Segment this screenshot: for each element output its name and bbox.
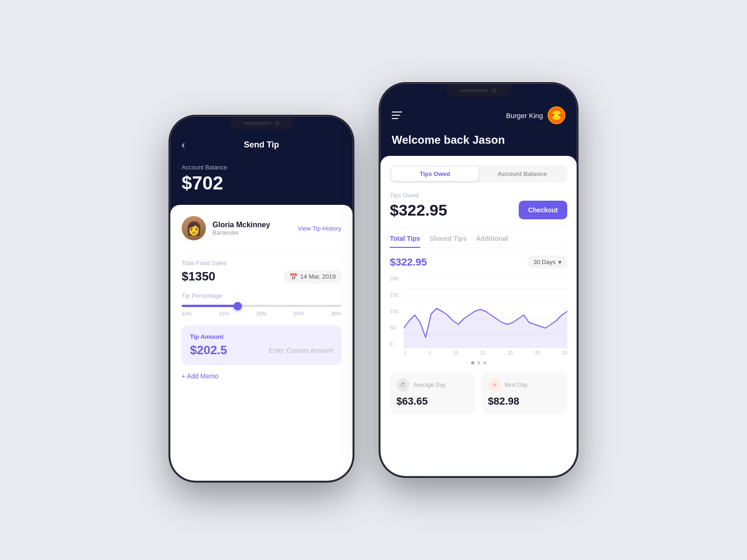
percentage-markers: 10% 15% 20% 25% 30% bbox=[182, 311, 341, 316]
chart-svg bbox=[404, 274, 567, 349]
date-badge[interactable]: 📅 14 Mar, 2019 bbox=[284, 270, 341, 283]
camera-left bbox=[275, 121, 280, 126]
hamburger-line-1 bbox=[392, 112, 402, 112]
camera-right bbox=[492, 88, 497, 93]
avatar bbox=[182, 216, 206, 240]
tips-owed-amount: $322.95 bbox=[390, 201, 447, 219]
hamburger-line-2 bbox=[392, 115, 400, 116]
sub-tab-total-tips[interactable]: Total Tips bbox=[390, 235, 420, 248]
tip-percentage-section: Tip Percentage 10% 15% 20% 25% bbox=[182, 292, 341, 316]
marker-20: 20% bbox=[256, 311, 267, 316]
divider bbox=[390, 227, 567, 227]
marker-30: 30% bbox=[331, 311, 341, 316]
phones-container: ‹ Send Tip Account Balance $702 bbox=[170, 79, 577, 481]
calendar-icon: 📅 bbox=[289, 273, 297, 280]
chart-header: $322.95 30 Days ▾ bbox=[390, 256, 567, 268]
send-tip-title: Send Tip bbox=[182, 140, 341, 150]
average-day-icon: ⏱ bbox=[396, 378, 409, 392]
period-label: 30 Days bbox=[533, 259, 556, 266]
best-day-icon: ✕ bbox=[488, 378, 501, 392]
add-memo-button[interactable]: + Add Memo bbox=[182, 372, 341, 380]
header-right: Burger King BK bbox=[506, 106, 565, 124]
back-button[interactable]: ‹ bbox=[182, 139, 185, 151]
welcome-text: Welcome back Jason bbox=[381, 133, 577, 156]
balance-section: Account Balance $702 bbox=[170, 159, 352, 205]
right-screen: Burger King BK Welcome bbox=[381, 84, 577, 476]
best-day-value: $82.98 bbox=[488, 395, 561, 407]
slider-fill bbox=[182, 305, 238, 307]
sub-tab-row: Total Tips Shared Tips Additional bbox=[390, 235, 567, 248]
food-sales-row: $1350 📅 14 Mar, 2019 bbox=[182, 269, 341, 284]
sub-tab-shared-tips[interactable]: Shared Tips bbox=[430, 235, 467, 248]
bottom-stat-cards: ⏱ Average Day $63.65 ✕ Best Day $82.98 bbox=[390, 372, 567, 414]
recipient-info: Gloria Mckinney Bartender bbox=[212, 221, 291, 236]
chart-total: $322.95 bbox=[390, 256, 427, 268]
recipient-name: Gloria Mckinney bbox=[212, 221, 291, 229]
average-day-label: Average Day bbox=[413, 382, 445, 388]
x-label-15: 15 bbox=[480, 350, 486, 356]
right-card: Tips Owed Account Balance Tips Owed $322… bbox=[381, 156, 577, 476]
notch-left bbox=[229, 117, 294, 130]
food-sales-amount: $1350 bbox=[182, 269, 215, 284]
stat-card-average: ⏱ Average Day $63.65 bbox=[390, 372, 476, 414]
marker-25: 25% bbox=[294, 311, 304, 316]
speaker-right bbox=[460, 89, 488, 92]
view-history-link[interactable]: View Tip History bbox=[298, 225, 341, 232]
hamburger-line-3 bbox=[392, 118, 398, 119]
chevron-down-icon: ▾ bbox=[558, 259, 562, 266]
y-label-200: 200 bbox=[390, 276, 404, 281]
avatar-image bbox=[182, 216, 206, 240]
right-phone-screen: Burger King BK Welcome bbox=[381, 84, 577, 476]
slider-thumb[interactable] bbox=[233, 302, 242, 310]
stat-card-avg-header: ⏱ Average Day bbox=[396, 378, 469, 392]
y-label-50: 50 bbox=[390, 325, 404, 330]
main-tab-row: Tips Owed Account Balance bbox=[390, 165, 567, 182]
tip-amount-box: Tip Amount $202.5 Enter Custom Amount bbox=[182, 326, 341, 365]
x-label-5: 5 bbox=[429, 350, 431, 356]
sub-tab-additional[interactable]: Additional bbox=[476, 235, 508, 248]
tip-percentage-label: Tip Percentage bbox=[182, 292, 341, 299]
stat-card-best: ✕ Best Day $82.98 bbox=[481, 372, 567, 414]
svg-text:BK: BK bbox=[554, 113, 559, 117]
speaker-left bbox=[243, 122, 271, 125]
dot-2 bbox=[477, 361, 480, 364]
custom-amount-input[interactable]: Enter Custom Amount bbox=[269, 347, 333, 354]
tip-amount-label: Tip Amount bbox=[190, 333, 333, 340]
tip-amount-value: $202.5 bbox=[190, 343, 227, 357]
marker-10: 10% bbox=[182, 311, 192, 316]
recipient-row: Gloria Mckinney Bartender View Tip Histo… bbox=[182, 216, 341, 250]
left-screen: ‹ Send Tip Account Balance $702 bbox=[170, 117, 352, 481]
left-card: Gloria Mckinney Bartender View Tip Histo… bbox=[170, 205, 352, 481]
x-label-25: 25 bbox=[535, 350, 540, 356]
food-sales-section: Total Food Sales $1350 📅 14 Mar, 2019 bbox=[182, 259, 341, 284]
x-label-30: 30 bbox=[562, 350, 567, 356]
tip-amount-row: $202.5 Enter Custom Amount bbox=[190, 343, 333, 357]
average-day-value: $63.65 bbox=[396, 395, 469, 407]
tips-owed-row: $322.95 Checkout bbox=[390, 201, 567, 219]
checkout-button[interactable]: Checkout bbox=[519, 201, 567, 219]
notch-right bbox=[446, 84, 511, 97]
period-dropdown[interactable]: 30 Days ▾ bbox=[528, 256, 567, 268]
y-label-0: 0 bbox=[390, 341, 404, 347]
tab-tips-owed[interactable]: Tips Owed bbox=[391, 167, 479, 181]
y-label-100: 100 bbox=[390, 308, 404, 314]
dot-3 bbox=[483, 361, 486, 364]
x-label-1: 1 bbox=[404, 350, 407, 356]
left-phone-screen: ‹ Send Tip Account Balance $702 bbox=[170, 117, 352, 481]
x-label-10: 10 bbox=[453, 350, 458, 356]
balance-label: Account Balance bbox=[182, 164, 341, 171]
best-day-label: Best Day bbox=[505, 382, 528, 388]
marker-15: 15% bbox=[219, 311, 229, 316]
percentage-slider[interactable] bbox=[182, 305, 341, 307]
x-label-20: 20 bbox=[507, 350, 513, 356]
hamburger-menu[interactable] bbox=[392, 112, 402, 119]
y-label-150: 150 bbox=[390, 292, 404, 298]
tips-owed-label: Tips Owed bbox=[390, 192, 567, 199]
phone-left: ‹ Send Tip Account Balance $702 bbox=[170, 117, 352, 481]
chart-y-labels: 200 150 100 50 0 bbox=[390, 274, 404, 349]
chart-area bbox=[404, 274, 567, 349]
tab-account-balance[interactable]: Account Balance bbox=[479, 167, 566, 181]
brand-name: Burger King bbox=[506, 112, 543, 119]
phone-right: Burger King BK Welcome bbox=[381, 84, 577, 476]
stat-card-best-header: ✕ Best Day bbox=[488, 378, 561, 392]
